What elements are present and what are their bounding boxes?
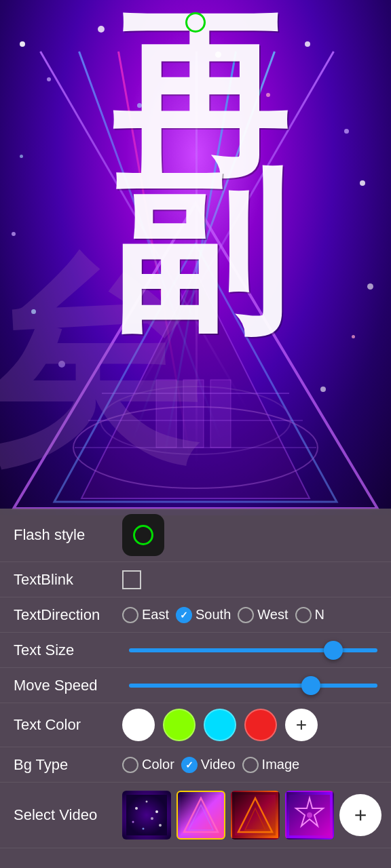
color-white[interactable] (122, 709, 155, 741)
select-video-row: Select Video (0, 783, 391, 848)
bg-color-label: Color (142, 757, 174, 772)
move-speed-label: Move Speed (14, 677, 122, 694)
svg-point-15 (132, 821, 134, 823)
svg-point-14 (155, 810, 158, 813)
text-size-label: Text Size (14, 642, 122, 659)
bg-color-item[interactable]: Color (122, 757, 174, 773)
text-blink-checkbox[interactable] (122, 570, 141, 589)
svg-rect-22 (235, 795, 276, 835)
direction-east-radio[interactable] (122, 607, 138, 623)
video-thumb-3[interactable] (231, 791, 280, 840)
bg-image-radio[interactable] (242, 757, 259, 773)
svg-point-27 (307, 812, 312, 818)
direction-south-radio[interactable] (176, 607, 192, 623)
video-thumbnails-group: + (122, 791, 381, 840)
flash-style-label: Flash style (14, 526, 122, 544)
text-color-row: Text Color + (0, 703, 391, 747)
bg-type-radio-group: Color Video Image (122, 757, 299, 773)
svg-point-17 (143, 828, 145, 830)
thumb-2-inner (178, 792, 224, 838)
direction-west-label: West (257, 607, 288, 623)
svg-rect-19 (181, 795, 221, 835)
text-size-row: Text Size (0, 633, 391, 668)
svg-rect-9 (183, 380, 204, 448)
text-direction-row: TextDirection East South West N (0, 597, 391, 633)
direction-west-radio[interactable] (238, 607, 254, 623)
text-direction-radio-group: East South West N (122, 607, 324, 623)
thumb-3-inner (232, 792, 278, 838)
svg-rect-8 (156, 380, 176, 448)
direction-east-label: East (142, 607, 169, 623)
bg-type-label: Bg Type (14, 756, 122, 774)
direction-south-label: South (196, 607, 231, 623)
direction-n-radio[interactable] (295, 607, 312, 623)
svg-point-12 (135, 807, 138, 810)
direction-n-item[interactable]: N (295, 607, 324, 623)
move-speed-slider[interactable] (129, 684, 377, 688)
text-direction-label: TextDirection (14, 606, 122, 624)
text-size-slider[interactable] (129, 648, 377, 652)
direction-east-item[interactable]: East (122, 607, 169, 623)
text-blink-row: TextBlink (0, 562, 391, 597)
select-video-label: Select Video (14, 806, 122, 824)
flash-style-row: Flash style (0, 509, 391, 562)
svg-point-18 (151, 817, 153, 820)
move-speed-row: Move Speed (0, 668, 391, 703)
add-color-button[interactable]: + (285, 709, 318, 741)
add-video-button[interactable]: + (339, 794, 381, 836)
bg-type-row: Bg Type Color Video Image (0, 747, 391, 783)
video-thumb-1[interactable] (122, 791, 171, 840)
bg-video-label: Video (201, 757, 236, 772)
svg-point-13 (146, 801, 148, 803)
text-color-group: + (122, 709, 318, 741)
direction-south-item[interactable]: South (176, 607, 231, 623)
color-red[interactable] (244, 709, 277, 741)
flash-toggle-inner-circle (133, 525, 153, 545)
flash-style-toggle[interactable] (122, 514, 164, 556)
video-thumb-2[interactable] (176, 791, 225, 840)
chinese-char-2: 副 (60, 177, 331, 327)
bg-image-label: Image (262, 757, 300, 772)
thumb-4-inner (286, 792, 333, 838)
text-color-label: Text Color (14, 716, 122, 734)
thumb-1-inner (124, 792, 170, 838)
svg-point-16 (159, 824, 162, 827)
color-cyan[interactable] (204, 709, 236, 741)
bg-video-radio[interactable] (181, 757, 198, 773)
main-text-display: 再 副 (60, 20, 331, 327)
chinese-char-1: 再 (60, 20, 331, 170)
direction-n-label: N (315, 607, 324, 623)
color-green[interactable] (163, 709, 196, 741)
top-indicator-circle (185, 12, 206, 33)
direction-west-item[interactable]: West (238, 607, 288, 623)
bg-image-item[interactable]: Image (242, 757, 300, 773)
video-thumb-4[interactable] (285, 791, 334, 840)
bg-video-item[interactable]: Video (181, 757, 236, 773)
bg-color-radio[interactable] (122, 757, 138, 773)
controls-panel: Flash style TextBlink TextDirection East… (0, 509, 391, 868)
text-blink-label: TextBlink (14, 571, 122, 589)
svg-rect-10 (210, 380, 231, 448)
